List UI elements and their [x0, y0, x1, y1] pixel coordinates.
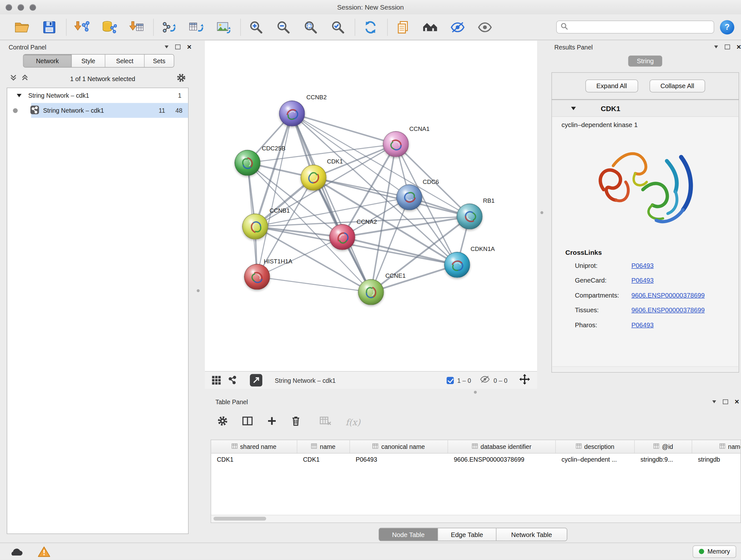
network-node-CCNA2[interactable]: [329, 224, 355, 250]
import-table-file-button[interactable]: [127, 17, 146, 37]
table-cell[interactable]: stringdb:9...: [635, 454, 692, 466]
splitter-handle-right[interactable]: [541, 211, 543, 214]
expand-all-icon[interactable]: [21, 74, 29, 83]
network-node-CCNB1[interactable]: [242, 213, 268, 240]
import-network-file-button[interactable]: [72, 17, 91, 37]
crosslink-link[interactable]: P06493: [631, 277, 654, 284]
hidden-eye-icon[interactable]: [480, 375, 490, 385]
crosslink-link[interactable]: P06493: [631, 321, 654, 329]
tab-edge-table[interactable]: Edge Table: [437, 528, 496, 541]
pan-crosshair-button[interactable]: [519, 374, 530, 387]
table-cell[interactable]: stringdb: [692, 454, 741, 466]
network-collection-row[interactable]: String Network – cdk1 1: [7, 88, 188, 103]
copy-document-button[interactable]: [394, 17, 413, 37]
network-node-CDC25B[interactable]: [234, 150, 260, 176]
table-settings-gear-icon[interactable]: [217, 416, 228, 428]
gear-icon[interactable]: [177, 73, 186, 84]
export-table-button[interactable]: [187, 17, 206, 37]
network-node-CDK1[interactable]: [300, 165, 327, 191]
search-input[interactable]: [571, 23, 710, 31]
panel-float-icon[interactable]: [723, 399, 728, 404]
crosslink-link[interactable]: 9606.ENSP00000378699: [631, 307, 705, 314]
selected-counter-checkbox[interactable]: [447, 377, 454, 384]
network-edge-CCNB2-CCNA1[interactable]: [292, 114, 396, 144]
column-header-namespace[interactable]: namespace: [692, 440, 741, 453]
import-network-database-button[interactable]: [99, 17, 119, 37]
open-session-button[interactable]: [12, 17, 31, 37]
export-network-button[interactable]: [159, 17, 179, 37]
show-all-button[interactable]: [475, 17, 495, 37]
zoom-selected-button[interactable]: [328, 17, 347, 37]
tab-node-table[interactable]: Node Table: [379, 528, 437, 541]
column-header-shared-name[interactable]: shared name: [211, 440, 297, 453]
zoom-in-button[interactable]: [247, 17, 266, 37]
network-overview-button[interactable]: [228, 375, 238, 385]
save-session-button[interactable]: [40, 17, 59, 37]
table-cell[interactable]: P06493: [350, 454, 448, 466]
network-row-selected[interactable]: String Network – cdk1 11 48: [7, 103, 188, 118]
column-header-database-identifier[interactable]: database identifier: [448, 440, 556, 453]
table-cell[interactable]: CDK1: [211, 454, 297, 466]
add-column-plus-icon[interactable]: [267, 416, 277, 428]
grid-view-button[interactable]: [212, 375, 221, 385]
delete-column-trash-icon[interactable]: [291, 416, 300, 428]
column-header-canonical-name[interactable]: canonical name: [350, 440, 448, 453]
results-tab-string[interactable]: String: [628, 56, 663, 67]
table-cell[interactable]: cyclin–dependent ...: [556, 454, 635, 466]
cloud-icon[interactable]: [8, 545, 25, 558]
table-hscrollbar[interactable]: [211, 515, 741, 523]
disclosure-triangle-icon[interactable]: [17, 94, 22, 98]
panel-menu-icon[interactable]: [714, 46, 718, 49]
memory-button[interactable]: Memory: [693, 545, 736, 558]
splitter-handle-left[interactable]: [197, 289, 200, 292]
crosslink-link[interactable]: 9606.ENSP00000378699: [631, 292, 705, 299]
column-header--id[interactable]: @id: [635, 440, 692, 453]
network-edge-CCNB2-HIST1H1A[interactable]: [257, 114, 292, 277]
tab-network[interactable]: Network: [23, 55, 71, 67]
tab-sets[interactable]: Sets: [144, 55, 174, 67]
network-node-CCNB2[interactable]: [279, 101, 305, 126]
network-node-HIST1H1A[interactable]: [244, 264, 270, 290]
collapse-all-icon[interactable]: [10, 74, 17, 83]
network-node-CCNE1[interactable]: [358, 279, 384, 305]
warning-icon[interactable]: [36, 545, 53, 558]
protein-section-header[interactable]: CDK1: [552, 100, 739, 117]
network-edge-CCNB2-CCNE1[interactable]: [292, 114, 371, 293]
hscroll-thumb[interactable]: [213, 517, 266, 521]
splitter-handle-horizontal[interactable]: [474, 391, 477, 394]
table-cell[interactable]: 9606.ENSP00000378699: [448, 454, 556, 466]
disclosure-triangle-icon[interactable]: [571, 107, 576, 110]
panel-close-icon[interactable]: ×: [187, 43, 192, 51]
network-node-CDC6[interactable]: [396, 185, 422, 210]
panel-close-icon[interactable]: ×: [735, 398, 739, 406]
table-cell[interactable]: CDK1: [297, 454, 350, 466]
network-node-CDKN1A[interactable]: [444, 252, 470, 278]
expand-all-button[interactable]: Expand All: [585, 79, 638, 92]
tab-network-table[interactable]: Network Table: [496, 528, 567, 541]
export-image-button[interactable]: [214, 17, 233, 37]
help-button[interactable]: ?: [720, 20, 734, 34]
results-hscrollbar[interactable]: [552, 367, 738, 372]
table-row[interactable]: CDK1CDK1P064939606.ENSP00000378699cyclin…: [211, 454, 741, 466]
network-node-CCNA1[interactable]: [383, 131, 409, 157]
panel-menu-icon[interactable]: [712, 400, 716, 403]
column-header-description[interactable]: description: [556, 440, 635, 453]
crosslink-link[interactable]: P06493: [631, 262, 654, 269]
pop-out-view-button[interactable]: [250, 374, 262, 387]
zoom-fit-button[interactable]: [301, 17, 320, 37]
panel-close-icon[interactable]: ×: [737, 43, 741, 51]
home-view-button[interactable]: [421, 17, 440, 37]
network-edge-CCNE1-HIST1H1A[interactable]: [257, 277, 371, 292]
show-columns-icon[interactable]: [242, 416, 253, 428]
tab-style[interactable]: Style: [71, 55, 105, 67]
panel-menu-icon[interactable]: [164, 46, 168, 49]
panel-float-icon[interactable]: [175, 45, 180, 50]
collapse-all-button[interactable]: Collapse All: [650, 79, 705, 92]
tab-select[interactable]: Select: [105, 55, 144, 67]
panel-float-icon[interactable]: [724, 45, 730, 50]
network-canvas[interactable]: CCNB2CCNA1CDC25BCDK1CDC6RB1CCNB1CCNA2CDK…: [205, 41, 537, 371]
column-header-name[interactable]: name: [297, 440, 350, 453]
network-node-RB1[interactable]: [457, 204, 482, 230]
zoom-out-button[interactable]: [274, 17, 293, 37]
hide-selected-button[interactable]: [448, 17, 467, 37]
